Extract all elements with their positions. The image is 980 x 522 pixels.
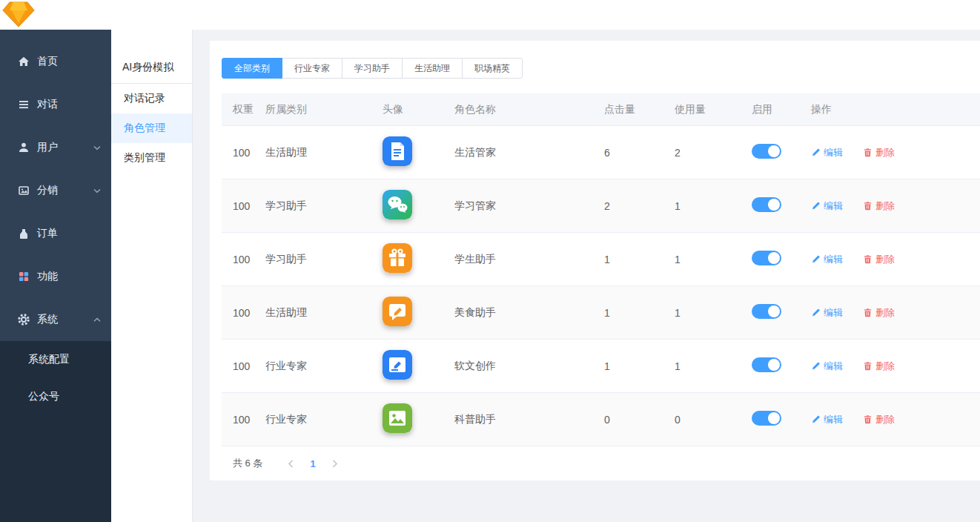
weight-cell: 100: [222, 307, 265, 319]
order-icon: [18, 228, 30, 239]
sketch-logo-icon: [1, 1, 36, 31]
main-content: 全部类别 行业专家 学习助手 生活助理 职场精英 权重 所属类别 头像 角色名称…: [193, 30, 980, 522]
column-header: 操作: [811, 103, 980, 116]
clicks-cell: 2: [604, 200, 675, 212]
enable-toggle[interactable]: [752, 411, 781, 426]
delete-button[interactable]: 删除: [863, 199, 895, 213]
sidebar-item-label: 功能: [37, 270, 58, 283]
weight-cell: 100: [222, 360, 265, 372]
sidebar-item-home[interactable]: 首页: [0, 40, 111, 83]
enable-toggle[interactable]: [752, 144, 781, 159]
sidebar-item-label: 订单: [37, 227, 58, 240]
category-cell: 行业专家: [265, 413, 383, 426]
table-row: 100 学习助手 学生助手 1 1 编辑 删除: [222, 233, 980, 286]
secondary-sidebar: AI身份模拟 对话记录 角色管理 类别管理: [111, 30, 193, 522]
delete-button[interactable]: 删除: [863, 306, 895, 320]
usage-cell: 0: [675, 414, 752, 426]
usage-cell: 2: [675, 147, 752, 159]
tab-industry-expert[interactable]: 行业专家: [282, 58, 342, 79]
panel-item-category-management[interactable]: 类别管理: [111, 143, 192, 173]
weight-cell: 100: [222, 200, 265, 212]
system-submenu: 系统配置 公众号: [0, 341, 111, 522]
toggle-knob: [768, 305, 780, 317]
sidebar-item-label: 系统: [37, 313, 58, 326]
table-row: 100 生活助理 生活管家 6 2 编辑 删除: [222, 126, 980, 179]
pagination: 共 6 条 1: [222, 457, 980, 470]
delete-button[interactable]: 删除: [863, 146, 895, 159]
sidebar-item-users[interactable]: 用户: [0, 126, 111, 169]
pagination-prev-icon[interactable]: [279, 460, 302, 468]
sidebar-item-orders[interactable]: 订单: [0, 212, 111, 255]
tab-life-assistant[interactable]: 生活助理: [402, 58, 463, 79]
delete-label: 删除: [875, 413, 895, 426]
tab-study-assistant[interactable]: 学习助手: [342, 58, 403, 79]
sidebar-item-distribution[interactable]: 分销: [0, 169, 111, 212]
enable-toggle[interactable]: [752, 251, 781, 265]
chevron-down-icon: [93, 188, 101, 194]
table-row: 100 行业专家 软文创作 1 1 编辑 删除: [222, 340, 980, 393]
edit-button[interactable]: 编辑: [811, 360, 843, 373]
sidebar-item-official-account[interactable]: 公众号: [0, 378, 111, 415]
usage-cell: 1: [675, 360, 752, 372]
edit-button[interactable]: 编辑: [811, 146, 843, 159]
delete-button[interactable]: 删除: [863, 413, 895, 426]
category-cell: 生活助理: [265, 306, 383, 320]
role-name-cell: 科普助手: [454, 413, 604, 426]
edit-button[interactable]: 编辑: [811, 306, 843, 320]
user-icon: [18, 142, 30, 153]
edit-button[interactable]: 编辑: [811, 413, 843, 426]
toggle-knob: [768, 199, 780, 211]
tab-label: 全部类别: [234, 62, 270, 75]
sidebar-item-label: 系统配置: [28, 353, 70, 366]
panel-title: AI身份模拟: [111, 30, 192, 84]
column-header: 点击量: [604, 103, 675, 116]
content-card: 全部类别 行业专家 学习助手 生活助理 职场精英 权重 所属类别 头像 角色名称…: [210, 41, 980, 480]
column-header: 权重: [222, 103, 265, 116]
tab-label: 职场精英: [474, 62, 510, 75]
edit-label: 编辑: [824, 306, 843, 320]
delete-label: 删除: [875, 253, 895, 266]
topbar: [0, 0, 980, 30]
wechat-avatar-icon: [383, 190, 412, 219]
panel-item-chat-history[interactable]: 对话记录: [111, 84, 192, 113]
home-icon: [18, 56, 30, 67]
document-avatar-icon: [383, 136, 412, 166]
sidebar-item-system[interactable]: 系统: [0, 298, 111, 341]
edit-button[interactable]: 编辑: [811, 199, 843, 213]
enable-toggle[interactable]: [752, 357, 781, 372]
delete-button[interactable]: 删除: [863, 360, 895, 373]
sidebar-item-label: 公众号: [28, 390, 59, 403]
weight-cell: 100: [222, 254, 265, 265]
pagination-next-icon[interactable]: [323, 460, 347, 468]
tab-workplace-elite[interactable]: 职场精英: [462, 58, 523, 79]
sidebar-item-system-config[interactable]: 系统配置: [0, 341, 111, 378]
role-name-cell: 软文创作: [454, 360, 604, 373]
sidebar-item-features[interactable]: 功能: [0, 255, 111, 298]
enable-toggle[interactable]: [752, 304, 781, 319]
chevron-up-icon: [93, 317, 101, 323]
weight-cell: 100: [222, 147, 265, 159]
delete-button[interactable]: 删除: [863, 253, 895, 266]
enable-toggle[interactable]: [752, 197, 781, 212]
clicks-cell: 1: [604, 360, 675, 372]
clicks-cell: 1: [604, 254, 675, 265]
table-row: 100 生活助理 美食助手 1 1 编辑 删除: [222, 286, 980, 340]
sidebar-item-label: 首页: [37, 55, 58, 68]
sidebar: 首页 对话 用户 分销: [0, 30, 111, 522]
sidebar-item-chat[interactable]: 对话: [0, 83, 111, 126]
tab-label: 生活助理: [414, 62, 450, 75]
panel-item-role-management[interactable]: 角色管理: [111, 113, 192, 143]
roles-table: 权重 所属类别 头像 角色名称 点击量 使用量 启用 操作 100 生活助理 生…: [222, 93, 980, 446]
edit-label: 编辑: [824, 146, 843, 159]
pagination-total: 共 6 条: [233, 457, 262, 470]
clicks-cell: 6: [604, 147, 675, 159]
column-header: 启用: [752, 103, 811, 116]
usage-cell: 1: [675, 307, 752, 319]
clicks-cell: 0: [604, 414, 675, 426]
tab-all-categories[interactable]: 全部类别: [222, 58, 282, 79]
role-name-cell: 生活管家: [454, 146, 604, 159]
pagination-page-1[interactable]: 1: [302, 458, 322, 469]
toggle-knob: [768, 145, 780, 157]
edit-button[interactable]: 编辑: [811, 253, 843, 266]
tab-label: 行业专家: [294, 62, 330, 75]
